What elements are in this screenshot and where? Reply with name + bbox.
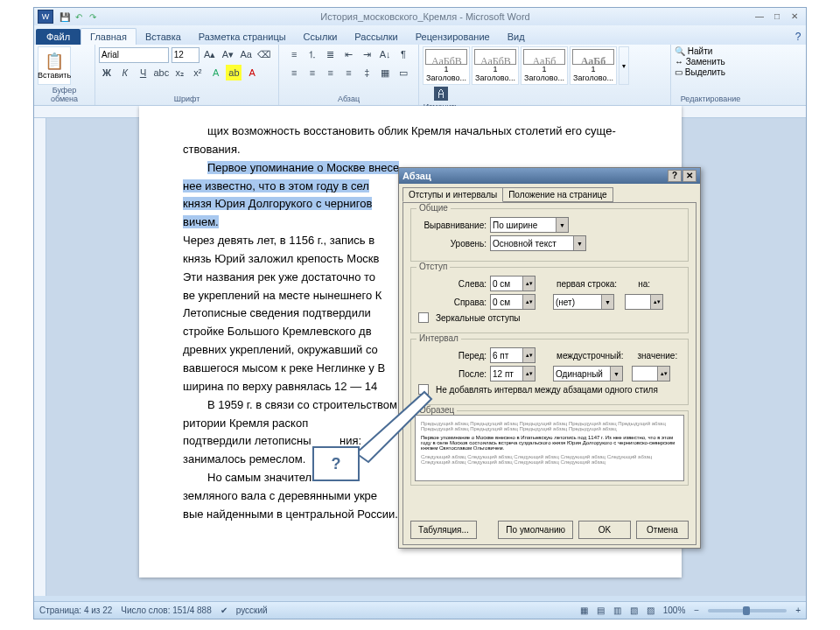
view-outline-icon[interactable]: ▧ <box>630 606 638 615</box>
firstline-combo[interactable]: (нет)▼ <box>553 294 614 310</box>
view-draft-icon[interactable]: ▨ <box>647 606 654 615</box>
bullets-button[interactable]: ≡ <box>286 46 302 62</box>
inc-indent-button[interactable]: ⇥ <box>359 47 374 63</box>
tab-mailings[interactable]: Рассылки <box>346 29 406 45</box>
zoom-in-button[interactable]: + <box>795 606 801 615</box>
show-marks-button[interactable]: ¶ <box>396 46 411 62</box>
select-button[interactable]: ▭ Выделить <box>675 67 725 77</box>
preview-pane: Предыдущий абзац Предыдущий абзац Предыд… <box>415 415 684 481</box>
status-proof-icon[interactable]: ✔ <box>220 606 228 615</box>
indent-left-spinner[interactable]: 0 см▴▾ <box>490 276 536 291</box>
dialog-close-button[interactable]: ✕ <box>682 170 696 182</box>
subscript-button[interactable]: x₂ <box>172 65 187 80</box>
styles-more-button[interactable]: ▾ <box>619 46 629 85</box>
text-effects-button[interactable]: A <box>208 65 224 80</box>
style-item-1[interactable]: АаБбВ1 Заголово... <box>423 46 470 85</box>
dialog-tab-breaks[interactable]: Положение на странице <box>502 187 612 202</box>
font-color-button[interactable]: A <box>244 65 260 80</box>
status-bar: Страница: 4 из 22 Число слов: 151/4 888 … <box>34 601 806 619</box>
change-case-button[interactable]: Aa <box>238 46 254 62</box>
ribbon: 📋Вставить Буфер обмена Arial 12 A▴ A▾ Aa… <box>34 45 806 106</box>
status-words[interactable]: Число слов: 151/4 888 <box>121 606 211 615</box>
text-line: В 1959 г. в связи со строительством <box>207 398 397 411</box>
dialog-help-button[interactable]: ? <box>668 170 682 182</box>
linespace-value-spinner[interactable]: ▴▾ <box>632 366 670 382</box>
strike-button[interactable]: abc <box>153 65 169 80</box>
vertical-ruler[interactable] <box>34 118 46 596</box>
clear-format-button[interactable]: ⌫ <box>256 47 272 63</box>
highlight-button[interactable]: ab <box>226 65 242 80</box>
line-spacing-button[interactable]: ‡ <box>359 65 374 80</box>
qat-save-icon[interactable]: 💾 <box>59 10 71 23</box>
dec-indent-button[interactable]: ⇤ <box>341 47 357 63</box>
borders-button[interactable]: ▭ <box>396 65 411 80</box>
view-print-icon[interactable]: ▦ <box>580 606 588 615</box>
paste-button[interactable]: 📋Вставить <box>38 46 71 85</box>
multilevel-button[interactable]: ≣ <box>323 47 339 63</box>
spacing-after-spinner[interactable]: 12 пт▴▾ <box>490 366 536 382</box>
align-center-button[interactable]: ≡ <box>304 65 320 80</box>
sort-button[interactable]: A↓ <box>377 46 393 62</box>
superscript-button[interactable]: x² <box>190 65 206 80</box>
tab-home[interactable]: Главная <box>80 28 136 45</box>
file-tab[interactable]: Файл <box>36 29 80 45</box>
text-line: древних укреплений, окружавший со <box>183 343 378 356</box>
grow-font-button[interactable]: A▴ <box>202 47 218 63</box>
align-left-button[interactable]: ≡ <box>286 65 302 80</box>
zoom-slider[interactable] <box>708 609 787 612</box>
style-item-4[interactable]: АаБб1 Заголово... <box>570 46 617 85</box>
help-icon[interactable]: ? <box>790 29 806 45</box>
tab-view[interactable]: Вид <box>499 29 534 45</box>
find-button[interactable]: 🔍 Найти <box>675 46 712 56</box>
default-button[interactable]: По умолчанию <box>498 521 573 539</box>
minimize-button[interactable]: — <box>752 10 767 23</box>
close-button[interactable]: ✕ <box>787 10 802 23</box>
text-line: князь Юрий заложил крепость Москв <box>183 252 379 265</box>
maximize-button[interactable]: □ <box>769 10 785 23</box>
style-item-2[interactable]: АаБбВ1 Заголово... <box>472 46 519 85</box>
shading-button[interactable]: ▦ <box>377 65 393 80</box>
cancel-button[interactable]: Отмена <box>636 521 689 539</box>
justify-button[interactable]: ≡ <box>341 65 357 80</box>
bold-button[interactable]: Ж <box>99 65 115 80</box>
tabs-button[interactable]: Табуляция... <box>410 521 477 539</box>
status-language[interactable]: русский <box>236 606 268 615</box>
align-right-button[interactable]: ≡ <box>323 65 339 80</box>
group-editing: 🔍 Найти ↔ Заменить ▭ Выделить Редактиров… <box>671 45 750 105</box>
view-read-icon[interactable]: ▤ <box>597 606 605 615</box>
dialog-titlebar[interactable]: Абзац ? ✕ <box>399 168 700 184</box>
font-name-combo[interactable]: Arial <box>99 47 169 63</box>
numbering-button[interactable]: ⒈ <box>304 47 320 63</box>
nosame-checkbox[interactable] <box>418 384 429 395</box>
ok-button[interactable]: OK <box>578 521 631 539</box>
alignment-combo[interactable]: По ширине▼ <box>490 217 569 233</box>
qat-undo-icon[interactable]: ↶ <box>73 10 85 23</box>
tab-review[interactable]: Рецензирование <box>407 29 499 45</box>
qat-redo-icon[interactable]: ↷ <box>87 10 99 23</box>
shrink-font-button[interactable]: A▾ <box>220 47 235 63</box>
underline-button[interactable]: Ч <box>136 65 151 80</box>
firstline-by-spinner[interactable]: ▴▾ <box>625 294 663 310</box>
status-page[interactable]: Страница: 4 из 22 <box>39 606 112 615</box>
tab-layout[interactable]: Разметка страницы <box>190 29 295 45</box>
linespace-combo[interactable]: Одинарный▼ <box>553 366 623 382</box>
dialog-tab-indents[interactable]: Отступы и интервалы <box>402 187 503 202</box>
text-line: занималось ремеслом. <box>183 452 305 466</box>
dialog-title: Абзац <box>402 171 431 181</box>
spacing-before-spinner[interactable]: 6 пт▴▾ <box>490 347 536 363</box>
indent-right-spinner[interactable]: 0 см▴▾ <box>490 294 536 310</box>
style-item-3[interactable]: АаБб1 Заголово... <box>521 46 568 85</box>
zoom-level[interactable]: 100% <box>663 606 686 615</box>
preview-context-after: Следующий абзац Следующий абзац Следующи… <box>421 454 678 465</box>
view-web-icon[interactable]: ▥ <box>613 606 621 615</box>
replace-button[interactable]: ↔ Заменить <box>675 57 725 66</box>
font-size-combo[interactable]: 12 <box>172 47 200 63</box>
tab-references[interactable]: Ссылки <box>295 29 346 45</box>
tab-insert[interactable]: Вставка <box>136 29 190 45</box>
level-combo[interactable]: Основной текст▼ <box>490 235 586 251</box>
paragraph-dialog: Абзац ? ✕ Отступы и интервалы Положение … <box>398 167 701 549</box>
italic-button[interactable]: К <box>117 65 133 80</box>
mirror-indents-checkbox[interactable] <box>418 312 429 323</box>
group-clipboard-label: Буфер обмена <box>38 85 91 103</box>
zoom-out-button[interactable]: − <box>694 606 699 615</box>
